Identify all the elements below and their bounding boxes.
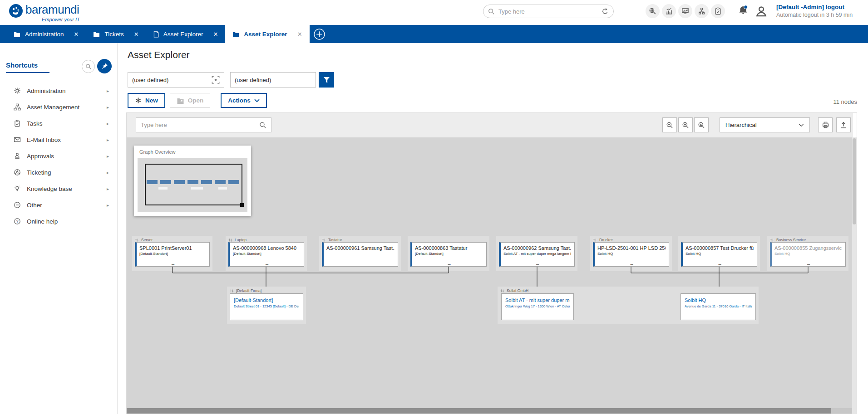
asset-group-card[interactable]: Server SPL0001 PrintServer01 [Default-St… bbox=[132, 236, 212, 271]
apply-filter-button[interactable] bbox=[319, 72, 334, 88]
sidebar-item-knowledge-base[interactable]: Knowledge base ▸ bbox=[0, 180, 117, 197]
location-node[interactable]: Solbit AT - mit super duper meg... Ottak… bbox=[501, 293, 574, 320]
dashboard-icon[interactable] bbox=[678, 4, 692, 18]
asset-node[interactable]: AS-000000863 Tastatur [Default-Standort]… bbox=[410, 242, 487, 267]
asset-node[interactable]: AS-000000962 Samsung Tast... Solbit AT -… bbox=[499, 242, 575, 267]
zoom-out-button[interactable] bbox=[662, 117, 677, 132]
asset-node[interactable]: AS-000000857 Test Drucker fü... Solbit H… bbox=[681, 242, 757, 267]
collapse-toggle[interactable]: – bbox=[230, 262, 304, 267]
logout-link[interactable]: [Default -Admin] logout bbox=[776, 4, 853, 10]
zoom-fit-button[interactable] bbox=[694, 117, 709, 132]
view-filter-combobox[interactable]: (user defined) bbox=[128, 72, 224, 88]
zoom-in-button[interactable] bbox=[678, 117, 693, 132]
collapse-toggle[interactable]: – bbox=[772, 262, 845, 267]
minimap-viewport[interactable] bbox=[145, 164, 242, 205]
asset-node-title: AS-000000863 Tastatur bbox=[415, 245, 483, 251]
collapse-toggle[interactable]: – bbox=[595, 262, 669, 267]
group-header[interactable]: Solbit GmbH bbox=[500, 288, 528, 293]
tab-administration[interactable]: Administration ✕ bbox=[6, 25, 86, 43]
group-header[interactable]: Server bbox=[135, 238, 153, 242]
export-button[interactable] bbox=[836, 117, 851, 132]
group-header[interactable]: Laptop bbox=[228, 238, 247, 242]
group-header[interactable]: [Default-Firma] bbox=[230, 288, 261, 293]
sidebar-item-other[interactable]: Other ▸ bbox=[0, 197, 117, 213]
graph-canvas[interactable]: Server SPL0001 PrintServer01 [Default-St… bbox=[127, 137, 853, 414]
asset-node[interactable]: AS-000000961 Samsung Tast... bbox=[322, 242, 398, 267]
location-node-subtitle: Ottakringer Weg 17 - 1300 Wien - AT Öste… bbox=[505, 304, 570, 308]
main-content: Asset Explorer (user defined) (user defi… bbox=[118, 43, 868, 414]
asset-node[interactable]: AS-000000968 Lenovo 5840 [Default-Stando… bbox=[228, 242, 304, 267]
asset-node[interactable]: SPL0001 PrintServer01 [Default-Standort]… bbox=[135, 242, 210, 267]
sidebar-item-online-help[interactable]: ? Online help bbox=[0, 213, 117, 229]
folder-icon bbox=[93, 31, 100, 37]
open-button[interactable]: Open bbox=[170, 93, 211, 108]
asset-group-card[interactable]: Tastatur AS-000000961 Samsung Tast... bbox=[319, 236, 401, 271]
minimap-area[interactable] bbox=[138, 158, 247, 212]
close-tab-icon[interactable]: ✕ bbox=[134, 31, 139, 38]
sidebar-item-administration[interactable]: Administration ▸ bbox=[0, 83, 117, 99]
graph-overview-minimap[interactable]: Graph Overview bbox=[134, 146, 251, 216]
sidebar-item-asset-management[interactable]: Asset Management ▸ bbox=[0, 99, 117, 115]
collapse-toggle[interactable]: – bbox=[683, 262, 757, 267]
user-account-icon[interactable] bbox=[755, 5, 768, 18]
collapse-toggle[interactable]: – bbox=[412, 262, 486, 267]
global-search[interactable] bbox=[483, 5, 614, 18]
tab-label: Asset Explorer bbox=[163, 31, 203, 38]
sidebar-search-button[interactable] bbox=[82, 60, 95, 73]
location-group-card[interactable]: Solbit GmbH Solbit AT - mit super duper … bbox=[498, 287, 759, 324]
vertical-scrollbar-thumb[interactable] bbox=[853, 138, 856, 224]
collapse-toggle[interactable]: – bbox=[137, 262, 209, 267]
org-structure-icon[interactable] bbox=[695, 4, 709, 18]
close-tab-icon[interactable]: ✕ bbox=[213, 31, 218, 38]
logout-block[interactable]: [Default -Admin] logout Automatic logout… bbox=[776, 4, 853, 18]
notifications-bell-icon[interactable] bbox=[737, 5, 749, 16]
sidebar-item-tasks[interactable]: Tasks ▸ bbox=[0, 115, 117, 132]
vertical-scrollbar[interactable] bbox=[852, 137, 857, 414]
pin-sidebar-button[interactable] bbox=[97, 59, 112, 73]
print-button[interactable] bbox=[818, 117, 833, 132]
asset-group-card[interactable]: Drucker HP-LSD-2501-001 HP LSD 2501 Solb… bbox=[590, 236, 672, 271]
view-selector-icon[interactable] bbox=[212, 76, 220, 84]
global-find-icon[interactable] bbox=[646, 4, 660, 18]
group-header[interactable]: Tastatur bbox=[322, 238, 342, 242]
group-header[interactable]: Drucker bbox=[593, 238, 613, 242]
horizontal-scrollbar-thumb[interactable] bbox=[127, 408, 831, 414]
jobs-clipboard-icon[interactable] bbox=[711, 4, 725, 18]
reports-icon[interactable] bbox=[662, 4, 676, 18]
layout-mode-select[interactable]: Hierarchical bbox=[720, 117, 810, 132]
graph-search-input[interactable] bbox=[141, 122, 259, 128]
global-search-input[interactable] bbox=[498, 8, 598, 15]
tab-asset-explorer-active[interactable]: Asset Explorer ✕ bbox=[225, 25, 309, 43]
add-tab-icon[interactable] bbox=[310, 25, 329, 43]
sidebar-item-approvals[interactable]: Approvals ▸ bbox=[0, 148, 117, 164]
tab-asset-explorer-doc[interactable]: Asset Explorer ✕ bbox=[146, 25, 226, 43]
sidebar-item-ticketing[interactable]: Ticketing ▸ bbox=[0, 164, 117, 180]
close-tab-icon[interactable]: ✕ bbox=[74, 31, 79, 38]
location-group-card[interactable]: [Default-Firma] [Default-Standort] Defau… bbox=[227, 287, 306, 324]
reset-search-icon[interactable] bbox=[602, 8, 609, 15]
asset-group-card[interactable]: AS-000000962 Samsung Tast... Solbit AT -… bbox=[496, 236, 577, 271]
asset-group-card[interactable]: Laptop AS-000000968 Lenovo 5840 [Default… bbox=[226, 236, 307, 271]
group-header[interactable]: Business Service bbox=[770, 238, 806, 242]
horizontal-scrollbar[interactable] bbox=[127, 408, 853, 414]
asset-group-card[interactable]: AS-000000863 Tastatur [Default-Standort]… bbox=[408, 236, 489, 271]
close-tab-icon[interactable]: ✕ bbox=[297, 31, 302, 38]
actions-menu-button[interactable]: Actions bbox=[221, 93, 267, 108]
tab-tickets[interactable]: Tickets ✕ bbox=[86, 25, 146, 43]
group-label: Tastatur bbox=[328, 238, 342, 242]
asset-group-card[interactable]: Business Service AS-000000855 Zugangsser… bbox=[767, 236, 848, 271]
graph-search[interactable] bbox=[136, 117, 271, 132]
asset-node[interactable]: AS-000000855 Zugangsservice Solbit HQ – bbox=[770, 242, 846, 267]
condition-filter-combobox[interactable]: (user defined) bbox=[230, 72, 316, 88]
chevron-right-icon: ▸ bbox=[107, 121, 109, 126]
group-label: Laptop bbox=[235, 238, 247, 242]
asset-node[interactable]: HP-LSD-2501-001 HP LSD 2501 Solbit HQ – bbox=[593, 242, 669, 267]
chevron-right-icon: ▸ bbox=[107, 137, 109, 142]
location-node[interactable]: Solbit HQ Avenue de Garda 11 - 37016 Gar… bbox=[681, 293, 756, 320]
asset-group-card[interactable]: AS-000000857 Test Drucker fü... Solbit H… bbox=[678, 236, 760, 271]
collapse-toggle[interactable]: – bbox=[501, 262, 574, 267]
sidebar-item-email-inbox[interactable]: E-Mail Inbox ▸ bbox=[0, 132, 117, 148]
minimap-resize-handle[interactable] bbox=[240, 203, 244, 207]
new-button[interactable]: New bbox=[128, 93, 165, 108]
location-node[interactable]: [Default-Standort] Default Street 01 - 1… bbox=[230, 293, 303, 320]
